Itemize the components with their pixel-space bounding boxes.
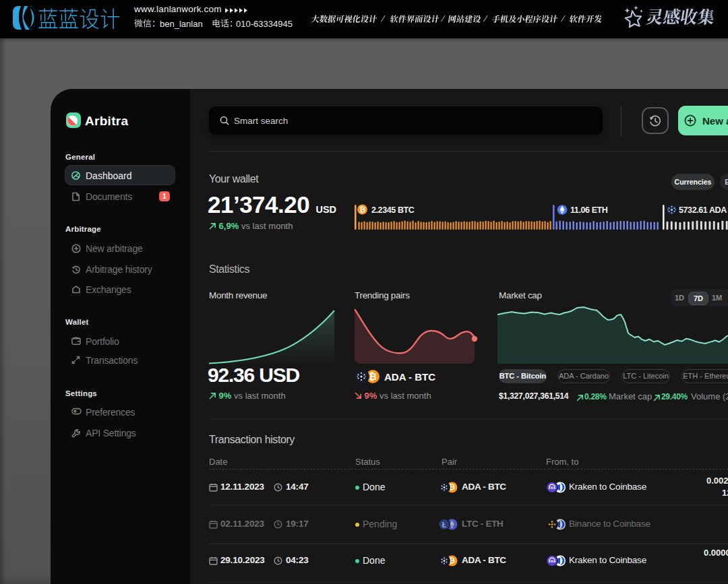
svg-text:Ł: Ł (442, 521, 447, 529)
svg-text:₿: ₿ (369, 371, 376, 382)
svg-text:₿: ₿ (359, 205, 365, 214)
